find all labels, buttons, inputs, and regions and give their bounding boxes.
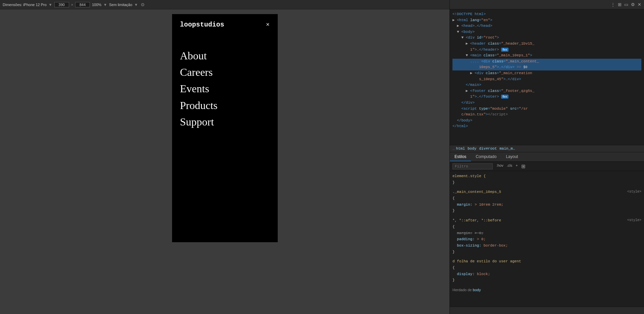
style-ua-open: {: [452, 265, 641, 271]
html-line-main[interactable]: ▼ <main class="_main_10eps_1">: [452, 53, 641, 59]
style-selector-user-agent: d folha de estilo do user agent: [452, 258, 641, 265]
nav-item-about[interactable]: About: [180, 49, 270, 63]
zoom-label: 100%: [92, 3, 101, 7]
style-prop-padding: padding: > 0;: [452, 236, 641, 243]
html-line-root[interactable]: ▼ <div id="root">: [452, 35, 641, 41]
devtools-panel: ⋮ ⊞ ▭ ⚙ ✕ <!DOCTYPE html> ▶ <html lang="…: [449, 0, 644, 314]
nav-item-products[interactable]: Products: [180, 98, 270, 113]
devtools-bottom-bar: [450, 307, 644, 314]
devtools-more-icon[interactable]: ⋮: [611, 2, 615, 7]
devtools-breadcrumb: … html body div#root main_m…: [450, 145, 644, 152]
width-input[interactable]: [54, 2, 69, 7]
style-universal-close: }: [452, 249, 641, 255]
styles-filter-input[interactable]: [452, 163, 493, 169]
style-block-element: element.style { }: [452, 173, 641, 186]
html-line-script: <script type="module" src="/sr c/main.ts…: [452, 106, 641, 118]
html-line-html-close: </html>: [452, 123, 641, 129]
devtools-html-source: <!DOCTYPE html> ▶ <html lang="en"> ▶ <he…: [450, 9, 644, 145]
style-close-brace: }: [452, 179, 641, 186]
browser-toolbar: Dimensões: iPhone 12 Pro ▼ × 100% ▼ Sem …: [0, 0, 449, 9]
pseudo-add-button[interactable]: +: [515, 163, 519, 170]
style-universal-open: {: [452, 224, 641, 230]
pseudo-hov-button[interactable]: :hov: [495, 163, 504, 170]
devtools-styles-panel: element.style { } ._main_content_10eps_5…: [450, 171, 644, 307]
style-prop-display: display: block;: [452, 271, 641, 277]
zoom-dropdown-arrow[interactable]: ▼: [103, 3, 107, 7]
style-block-user-agent: d folha de estilo do user agent { displa…: [452, 258, 641, 283]
style-selector-universal: *, *::after, *::before <style>: [452, 217, 641, 224]
devtools-layout-icon[interactable]: ⊞: [618, 2, 622, 7]
style-block-open: {: [452, 195, 641, 202]
breadcrumb-body[interactable]: body: [468, 147, 476, 151]
pseudo-cls-button[interactable]: .cls: [506, 163, 514, 170]
breadcrumb-html[interactable]: html: [456, 147, 465, 151]
inherited-header: Herdado de body: [452, 287, 641, 293]
html-line-main-creations[interactable]: ▶ <div class="_main_creation s_10eps_45"…: [452, 70, 641, 82]
device-label: Dimensões: iPhone 12 Pro: [3, 3, 47, 7]
style-prop-margin: margin: > 10rem 2rem;: [452, 202, 641, 208]
html-line-main-close: </main>: [452, 82, 641, 88]
breadcrumb-ellipsis: …: [452, 147, 455, 151]
dimension-separator: ×: [71, 3, 73, 7]
pseudo-more-button[interactable]: ⊞: [520, 163, 527, 170]
html-line-header[interactable]: ▶ <header class="_header_1bv15_ 1">…</he…: [452, 41, 641, 53]
mobile-nav-header: loopstudios ×: [180, 21, 270, 29]
no-limit-dropdown-arrow[interactable]: ▼: [134, 3, 138, 7]
html-line-html: ▶ <html lang="en">: [452, 17, 641, 23]
mobile-logo: loopstudios: [180, 21, 224, 29]
devtools-settings-icon[interactable]: ⚙: [631, 2, 635, 7]
style-ua-close: }: [452, 277, 641, 283]
no-limit-label: Sem limitação: [109, 3, 132, 7]
html-line-body[interactable]: ▼ <body>: [452, 29, 641, 35]
style-block-universal: *, *::after, *::before <style> { margin:…: [452, 217, 641, 255]
device-frame: loopstudios × About Careers Events Produ…: [172, 14, 278, 242]
rotate-icon[interactable]: ⊙: [140, 2, 146, 7]
devtools-filter-bar: :hov .cls + ⊞: [450, 162, 644, 171]
html-line-div-close: </div>: [452, 100, 641, 106]
mobile-close-button[interactable]: ×: [266, 21, 270, 28]
devtools-panel-icon[interactable]: ▭: [624, 2, 628, 7]
tab-computado[interactable]: Computado: [471, 152, 501, 161]
mobile-nav-items: About Careers Events Products Support: [180, 49, 270, 129]
nav-item-careers[interactable]: Careers: [180, 65, 270, 80]
style-selector-main-content: ._main_content_10eps_5 <style>: [452, 189, 641, 195]
devtools-topbar: ⋮ ⊞ ▭ ⚙ ✕: [450, 0, 644, 9]
html-line-main-content[interactable]: .... <div class="_main_content_ 10eps_5"…: [452, 59, 641, 70]
height-input[interactable]: [75, 2, 90, 7]
nav-item-support[interactable]: Support: [180, 115, 270, 129]
pseudo-buttons: :hov .cls + ⊞: [495, 163, 527, 170]
style-block-close: }: [452, 208, 641, 214]
devtools-tabs: Estilos Computado Layout: [450, 152, 644, 162]
html-line-head: ▶ <head>…</head>: [452, 23, 641, 29]
html-line-body-close: </body>: [452, 118, 641, 124]
html-line-doctype: <!DOCTYPE html>: [452, 11, 641, 17]
tab-estilos[interactable]: Estilos: [450, 152, 471, 161]
nav-item-events[interactable]: Events: [180, 82, 270, 96]
device-viewport-wrapper: loopstudios × About Careers Events Produ…: [0, 9, 449, 314]
style-selector-element: element.style {: [452, 173, 641, 179]
style-prop-margin-universal: margin: > 0;: [452, 230, 641, 237]
breadcrumb-root[interactable]: div#root: [479, 147, 497, 151]
tab-layout[interactable]: Layout: [501, 152, 523, 161]
breadcrumb-main[interactable]: main_m…: [499, 147, 515, 151]
browser-area: Dimensões: iPhone 12 Pro ▼ × 100% ▼ Sem …: [0, 0, 449, 314]
devtools-close-icon[interactable]: ✕: [638, 2, 641, 7]
device-dropdown-arrow[interactable]: ▼: [49, 3, 52, 7]
html-line-footer[interactable]: ▶ <footer class="_footer_qzg5s_ 1">…</fo…: [452, 88, 641, 100]
style-block-main-content: ._main_content_10eps_5 <style> { margin:…: [452, 189, 641, 214]
style-prop-box-sizing: box-sizing: border-box;: [452, 243, 641, 249]
mobile-nav-overlay: loopstudios × About Careers Events Produ…: [172, 14, 278, 242]
